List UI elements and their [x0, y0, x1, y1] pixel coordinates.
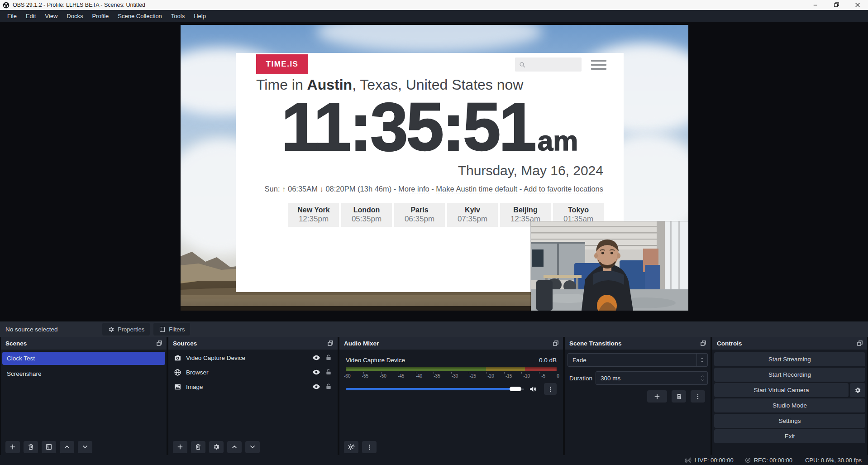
close-button[interactable]: [847, 0, 868, 10]
virtual-camera-settings-button[interactable]: [850, 383, 865, 397]
advanced-audio-button[interactable]: [344, 441, 358, 453]
move-scene-down-button[interactable]: [78, 441, 92, 453]
visibility-eye-icon[interactable]: [312, 368, 320, 376]
lock-icon[interactable]: [325, 369, 332, 376]
sun-info-line: Sun: ↑ 06:35AM ↓ 08:20PM (13h 46m) - Mor…: [265, 185, 603, 193]
menu-view[interactable]: View: [40, 11, 62, 21]
gears-icon: [348, 443, 355, 451]
remove-transition-button[interactable]: [672, 390, 686, 403]
speaker-icon[interactable]: [529, 385, 537, 393]
move-source-down-button[interactable]: [245, 441, 260, 453]
studio-mode-button[interactable]: Studio Mode: [714, 398, 865, 412]
move-scene-up-button[interactable]: [60, 441, 74, 453]
volume-slider-handle[interactable]: [510, 387, 521, 391]
menu-docks[interactable]: Docks: [62, 11, 87, 21]
combo-arrows: [696, 354, 707, 366]
current-date: Thursday, May 16, 2024: [458, 163, 603, 178]
scenes-panel: Scenes Clock Test Screenshare: [1, 337, 167, 455]
menu-scene-collection[interactable]: Scene Collection: [113, 11, 167, 21]
filters-button[interactable]: Filters: [153, 323, 190, 336]
exit-button[interactable]: Exit: [714, 429, 865, 443]
source-item-browser[interactable]: Browser: [169, 366, 337, 379]
spin-up-icon[interactable]: [700, 374, 705, 378]
chevron-down-icon: [700, 360, 704, 363]
transition-select[interactable]: Fade: [568, 353, 708, 367]
status-bar: LIVE: 00:00:00 REC: 00:00:00 CPU: 0.6%, …: [0, 455, 868, 465]
city-cell: London05:35pm: [341, 203, 392, 227]
lock-icon[interactable]: [325, 354, 332, 361]
volume-slider[interactable]: [346, 386, 524, 392]
gear-icon: [854, 387, 861, 394]
search-icon: [519, 61, 526, 68]
menu-edit[interactable]: Edit: [21, 11, 40, 21]
menu-profile[interactable]: Profile: [87, 11, 113, 21]
transition-menu-button[interactable]: [691, 390, 705, 403]
audio-mixer-body: Video Capture Device 0.0 dB -60-55-50-45…: [339, 350, 563, 439]
transitions-header: Scene Transitions: [565, 337, 711, 350]
move-source-up-button[interactable]: [227, 441, 242, 453]
program-canvas[interactable]: TIME.IS Time in Austin, Texas, United St…: [181, 25, 688, 311]
rec-disc-icon: [744, 457, 751, 464]
title-bar[interactable]: OBS 29.1.2 - Profile: LLHLS BETA - Scene…: [0, 0, 868, 10]
audio-mixer-toolbar: [339, 439, 563, 455]
start-recording-button[interactable]: Start Recording: [714, 368, 865, 382]
properties-button[interactable]: Properties: [102, 323, 150, 336]
start-virtual-camera-button[interactable]: Start Virtual Camera: [714, 383, 849, 397]
kebab-menu-icon: [695, 393, 701, 400]
audio-mixer-panel: Audio Mixer Video Capture Device 0.0 dB …: [339, 337, 563, 455]
add-transition-button[interactable]: [647, 390, 667, 403]
channel-menu-button[interactable]: [544, 383, 557, 395]
minimize-button[interactable]: [806, 0, 826, 10]
sources-toolbar: [168, 439, 338, 455]
lock-icon[interactable]: [325, 383, 332, 390]
city-cell: Paris06:35pm: [394, 203, 445, 227]
chevron-down-icon: [249, 443, 256, 451]
scene-filters-button[interactable]: [42, 441, 56, 453]
start-streaming-button[interactable]: Start Streaming: [714, 352, 865, 366]
popout-icon[interactable]: [327, 340, 334, 347]
popout-icon[interactable]: [856, 340, 863, 347]
remove-source-button[interactable]: [191, 441, 205, 453]
kebab-menu-icon: [366, 444, 373, 451]
scene-item-screenshare[interactable]: Screenshare: [2, 367, 165, 380]
timeis-search-box: [515, 58, 582, 72]
scene-item-clock-test[interactable]: Clock Test: [2, 352, 165, 365]
gear-icon: [213, 443, 220, 451]
visibility-eye-icon[interactable]: [312, 383, 320, 391]
window-title: OBS 29.1.2 - Profile: LLHLS BETA - Scene…: [13, 2, 145, 8]
scene-transitions-panel: Scene Transitions Fade Duration 300 ms: [565, 337, 711, 455]
trash-icon: [195, 443, 202, 451]
visibility-eye-icon[interactable]: [312, 354, 320, 362]
menu-tools[interactable]: Tools: [167, 11, 189, 21]
audio-mixer-header: Audio Mixer: [339, 337, 563, 350]
rec-timer: REC: 00:00:00: [754, 457, 792, 464]
city-cell: Kyiv07:35pm: [447, 203, 498, 227]
transition-value: Fade: [568, 357, 696, 364]
vu-meter-labels: -60-55-50-45-40-35-30-25-20-15-10-50: [344, 374, 559, 379]
source-properties-button[interactable]: [209, 441, 224, 453]
add-scene-button[interactable]: [5, 441, 20, 453]
restore-button[interactable]: [826, 0, 847, 10]
webcam-overlay: [531, 221, 688, 311]
popout-icon[interactable]: [700, 340, 707, 347]
scenes-header: Scenes: [1, 337, 167, 350]
mixer-channel-name: Video Capture Device: [346, 357, 405, 364]
add-source-button[interactable]: [173, 441, 187, 453]
menu-file[interactable]: File: [3, 11, 21, 21]
source-item-video-capture[interactable]: Video Capture Device: [169, 351, 337, 364]
spin-down-icon[interactable]: [700, 379, 705, 382]
popout-icon[interactable]: [156, 340, 163, 347]
minimize-icon: [812, 1, 820, 9]
settings-button[interactable]: Settings: [714, 414, 865, 428]
duration-spinbox[interactable]: 300 ms: [596, 371, 708, 385]
camera-icon: [174, 354, 181, 362]
scenes-list: Clock Test Screenshare: [1, 350, 167, 439]
source-item-image[interactable]: Image: [169, 380, 337, 393]
mixer-menu-button[interactable]: [362, 441, 377, 453]
popout-icon[interactable]: [552, 340, 559, 347]
gear-icon: [108, 326, 114, 333]
remove-scene-button[interactable]: [24, 441, 38, 453]
filter-icon: [45, 443, 52, 451]
sources-panel: Sources Video Capture Device Browser: [168, 337, 338, 455]
menu-help[interactable]: Help: [189, 11, 210, 21]
